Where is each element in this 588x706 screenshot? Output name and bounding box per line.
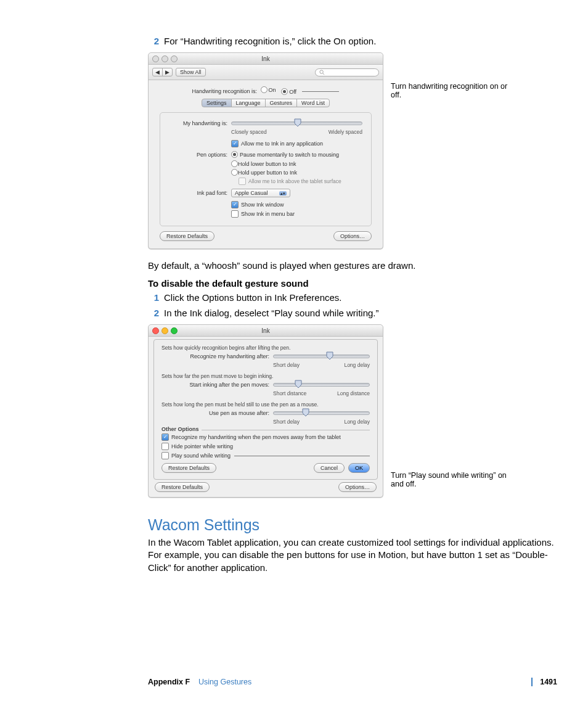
restore-defaults-button[interactable]: Restore Defaults xyxy=(161,463,216,473)
appendix-label: Appendix F xyxy=(148,678,190,686)
pen-option-3[interactable]: Hold upper button to Ink xyxy=(231,169,362,176)
step-text: Click the Options button in Ink Preferen… xyxy=(164,292,557,303)
step-number: 1 xyxy=(148,292,159,303)
pen-option-1[interactable]: Pause momentarily to switch to mousing xyxy=(231,151,339,158)
slider-min-label: Closely spaced xyxy=(231,129,267,135)
annotation-1: Turn handwriting recognition on or off. xyxy=(391,82,514,99)
recognition-row: Handwriting recognition is: On Off xyxy=(160,86,372,95)
font-dropdown[interactable]: Apple Casual▴▾ xyxy=(231,189,290,197)
ink-preferences-window: Ink ◀ ▶ Show All Handwriting recognition… xyxy=(148,52,383,249)
leader-line xyxy=(234,456,370,456)
tab-wordlist[interactable]: Word List xyxy=(296,99,330,107)
annotation-2: Turn “Play sound while writing” on and o… xyxy=(391,471,514,488)
font-label: Ink pad font: xyxy=(169,190,227,196)
recognize-after-label: Recognize my handwriting after: xyxy=(161,353,269,359)
pen-option-2[interactable]: Hold lower button to Ink xyxy=(231,160,362,167)
options-sheet: Sets how quickly recognition begins afte… xyxy=(153,339,378,480)
tab-settings[interactable]: Settings xyxy=(202,99,232,107)
start-inking-slider[interactable] xyxy=(273,380,370,389)
titlebar: Ink xyxy=(149,53,383,65)
handwriting-label: My handwriting is: xyxy=(169,120,227,126)
step-number: 2 xyxy=(148,36,159,46)
handwriting-slider[interactable] xyxy=(231,119,362,128)
section-heading: Wacom Settings xyxy=(148,516,557,534)
allow-any-checkbox[interactable]: Allow me to Ink in any application xyxy=(231,140,362,147)
step-item: 2 In the Ink dialog, deselect “Play soun… xyxy=(148,308,557,318)
toolbar: ◀ ▶ Show All xyxy=(149,65,383,80)
restore-defaults-button-under[interactable]: Restore Defaults xyxy=(155,482,210,492)
ink-options-dialog: Ink Sets how quickly recognition begins … xyxy=(148,324,383,498)
leader-line xyxy=(302,91,339,92)
page-footer: Appendix F Using Gestures 1491 xyxy=(148,678,557,686)
svg-point-0 xyxy=(320,70,323,73)
other-options-group: Other Options xyxy=(161,430,370,430)
window-title: Ink xyxy=(149,327,383,334)
ok-button[interactable]: OK xyxy=(348,463,370,473)
tab-language[interactable]: Language xyxy=(231,99,266,107)
settings-panel: My handwriting is: Closely spaced Widely… xyxy=(160,112,372,226)
window-title: Ink xyxy=(149,55,383,62)
body-paragraph: By default, a “whoosh” sound is played w… xyxy=(148,260,557,271)
search-icon xyxy=(319,70,325,75)
forward-button[interactable]: ▶ xyxy=(162,68,173,76)
start-inking-label: Start inking after the pen moves: xyxy=(161,382,269,388)
step-text: For “Handwriting recognition is,” click … xyxy=(164,36,557,46)
recognize-after-slider[interactable] xyxy=(273,352,370,361)
step-item: 1 Click the Options button in Ink Prefer… xyxy=(148,292,557,303)
mouse-after-slider[interactable] xyxy=(273,409,370,417)
back-button[interactable]: ◀ xyxy=(152,68,163,76)
step-item: 2 For “Handwriting recognition is,” clic… xyxy=(148,36,557,46)
desc-2: Sets how far the pen must move to begin … xyxy=(161,373,370,379)
step-number: 2 xyxy=(148,308,159,318)
ink-above-surface-checkbox: Allow me to Ink above the tablet surface xyxy=(239,178,362,185)
recognize-away-checkbox[interactable]: Recognize my handwriting when the pen mo… xyxy=(161,433,370,441)
hide-pointer-checkbox[interactable]: Hide pointer while writing xyxy=(161,443,370,450)
tab-gestures[interactable]: Gestures xyxy=(265,99,298,107)
step-text: In the Ink dialog, deselect “Play sound … xyxy=(164,308,557,318)
show-all-button[interactable]: Show All xyxy=(176,68,206,76)
off-radio[interactable]: Off xyxy=(281,88,296,95)
play-sound-checkbox[interactable]: Play sound while writing xyxy=(161,452,370,459)
subheading: To disable the default gesture sound xyxy=(148,278,557,289)
options-button[interactable]: Options… xyxy=(333,231,372,241)
page-number: 1491 xyxy=(531,678,557,686)
svg-line-1 xyxy=(323,73,324,74)
restore-defaults-button[interactable]: Restore Defaults xyxy=(160,231,214,241)
mouse-after-label: Use pen as mouse after: xyxy=(161,410,269,416)
recognition-label: Handwriting recognition is: xyxy=(192,88,258,94)
pen-options-label: Pen options: xyxy=(169,152,227,158)
titlebar: Ink xyxy=(149,325,383,337)
show-ink-window-checkbox[interactable]: Show Ink window xyxy=(231,201,362,208)
on-radio[interactable]: On xyxy=(261,86,276,93)
section-paragraph: In the Wacom Tablet application, you can… xyxy=(148,536,557,574)
chapter-label: Using Gestures xyxy=(198,678,251,686)
search-input[interactable] xyxy=(315,68,379,76)
cancel-button[interactable]: Cancel xyxy=(314,463,345,473)
desc-1: Sets how quickly recognition begins afte… xyxy=(161,345,370,351)
options-button-under[interactable]: Options… xyxy=(338,482,377,492)
show-menubar-checkbox[interactable]: Show Ink in menu bar xyxy=(231,210,362,218)
tab-bar: Settings Language Gestures Word List xyxy=(160,99,372,107)
desc-3: Sets how long the pen must be held still… xyxy=(161,401,370,408)
slider-max-label: Widely spaced xyxy=(329,129,362,135)
